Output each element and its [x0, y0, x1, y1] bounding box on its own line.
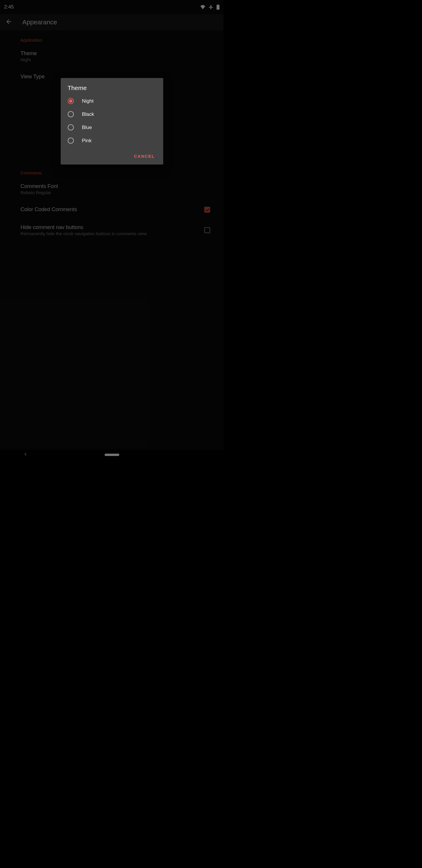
option-label: Pink — [82, 138, 92, 144]
dialog-title: Theme — [61, 85, 163, 94]
radio-icon — [68, 137, 74, 144]
theme-option-black[interactable]: Black — [61, 107, 163, 121]
radio-icon — [68, 111, 74, 117]
option-label: Black — [82, 112, 94, 117]
theme-option-blue[interactable]: Blue — [61, 121, 163, 134]
option-label: Night — [82, 98, 94, 104]
dialog-actions: Cancel — [61, 147, 163, 162]
theme-dialog: Theme Night Black Blue Pink Cancel — [61, 78, 163, 164]
theme-option-night[interactable]: Night — [61, 94, 163, 107]
cancel-button[interactable]: Cancel — [132, 152, 157, 160]
option-label: Blue — [82, 125, 92, 130]
radio-icon — [68, 98, 74, 104]
radio-icon — [68, 124, 74, 130]
dialog-scrim[interactable]: Theme Night Black Blue Pink Cancel — [0, 0, 224, 460]
theme-option-pink[interactable]: Pink — [61, 134, 163, 147]
